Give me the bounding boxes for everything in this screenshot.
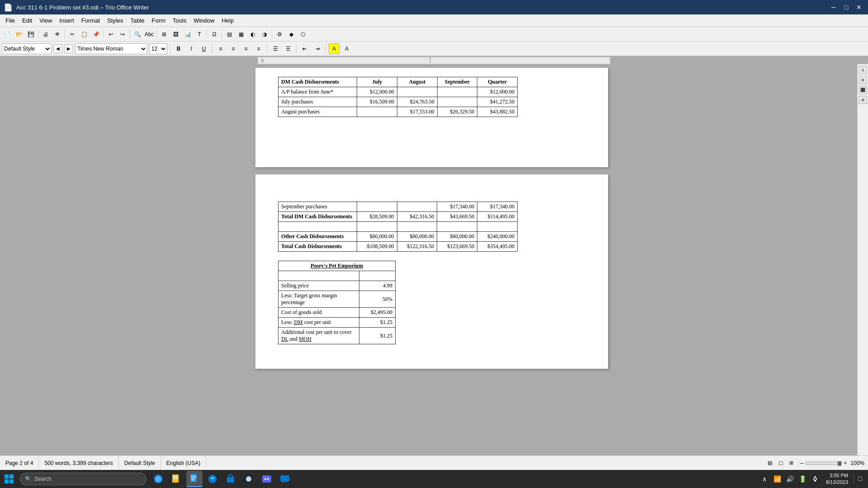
menu-view[interactable]: View <box>36 15 56 26</box>
svg-point-21 <box>815 476 816 478</box>
new-button[interactable]: 📄 <box>2 29 13 40</box>
menu-tools[interactable]: Tools <box>169 15 190 26</box>
print-preview-button[interactable]: 👁 <box>52 29 63 40</box>
paragraph-style-select[interactable]: Default Style <box>2 43 52 54</box>
taskbar-app-icons <box>150 471 293 487</box>
menu-file[interactable]: File <box>2 15 19 26</box>
misc2-button[interactable]: ◆ <box>286 29 297 40</box>
view-web-icon[interactable]: ⊞ <box>787 459 796 468</box>
menu-insert[interactable]: Insert <box>56 15 78 26</box>
insert-table-button[interactable]: ⊞ <box>159 29 170 40</box>
bullets-button[interactable]: ☰ <box>270 43 281 54</box>
row-ap-balance-sep <box>437 87 477 97</box>
taskbar-discord-icon[interactable] <box>259 471 275 487</box>
row-sep-purch-july <box>357 202 397 212</box>
menu-form[interactable]: Form <box>148 15 169 26</box>
align-justify-button[interactable]: ≡ <box>253 43 264 54</box>
table-row: Less: Target gross margin percentage 50% <box>278 291 396 308</box>
format4-button[interactable]: ◑ <box>259 29 270 40</box>
panel-icon-3[interactable]: ⬛ <box>859 86 867 94</box>
clock[interactable]: 3:05 PM 8/13/2023 <box>822 472 852 486</box>
taskbar-steam-icon[interactable] <box>241 471 257 487</box>
taskbar-store-icon[interactable] <box>222 471 239 487</box>
separator-2 <box>65 30 65 39</box>
open-button[interactable]: 📂 <box>14 29 24 40</box>
panel-icon-1[interactable]: A <box>859 66 867 74</box>
taskbar-edge-icon[interactable] <box>204 471 221 487</box>
chevron-up-icon[interactable]: ∧ <box>759 474 770 484</box>
minimize-button[interactable]: ─ <box>828 2 839 13</box>
close-button[interactable]: ✕ <box>854 2 864 13</box>
font-size-select[interactable]: 12 <box>149 43 167 54</box>
zoom-slider[interactable] <box>806 461 842 465</box>
tb2-sep-4 <box>296 44 297 53</box>
row-ap-balance-label: A/P balance from June* <box>278 87 357 97</box>
menu-table[interactable]: Table <box>127 15 148 26</box>
misc3-button[interactable]: ⬡ <box>297 29 308 40</box>
col-header-desc: DM Cash Disbursements <box>278 77 357 87</box>
misc1-button[interactable]: ⚙ <box>274 29 285 40</box>
taskbar-file-icon[interactable] <box>168 471 184 487</box>
style-nav-next[interactable]: ▶ <box>64 44 73 53</box>
poseys-dm-label: Less: DM cost per unit <box>278 318 359 328</box>
network-icon[interactable]: 📶 <box>772 474 783 484</box>
format1-button[interactable]: ▤ <box>224 29 235 40</box>
row-aug-purch-aug: $17,553.00 <box>397 107 438 117</box>
volume-icon[interactable]: 🔊 <box>784 474 795 484</box>
panel-icon-4[interactable]: ⊘ <box>859 96 867 104</box>
font-name-select[interactable]: Times New Roman <box>75 43 147 54</box>
menu-format[interactable]: Format <box>78 15 104 26</box>
align-left-button[interactable]: ≡ <box>215 43 226 54</box>
table-row-empty2 <box>278 271 396 281</box>
format3-button[interactable]: ◐ <box>247 29 258 40</box>
bold-button[interactable]: B <box>173 43 184 54</box>
cut-button[interactable]: ✂ <box>67 29 78 40</box>
underline-button[interactable]: U <box>198 43 209 54</box>
menu-window[interactable]: Window <box>190 15 218 26</box>
show-desktop-icon[interactable]: □ <box>854 474 864 484</box>
battery-icon[interactable]: 🔋 <box>797 474 808 484</box>
align-center-button[interactable]: ≡ <box>228 43 239 54</box>
omega-button[interactable]: Ω <box>209 29 220 40</box>
indent-dec-button[interactable]: ⇤ <box>299 43 310 54</box>
poseys-title: Posey's Pet Emporium <box>278 261 396 271</box>
undo-button[interactable]: ↩ <box>105 29 116 40</box>
italic-button[interactable]: I <box>186 43 197 54</box>
font-color-button[interactable]: A <box>341 43 352 54</box>
style-nav-prev[interactable]: ◀ <box>53 44 62 53</box>
spellcheck-button[interactable]: Abc <box>144 29 155 40</box>
notification-icon[interactable] <box>810 474 821 484</box>
taskbar-browser-icon[interactable] <box>150 471 166 487</box>
table-row-empty <box>278 222 518 232</box>
find-button[interactable]: 🔍 <box>132 29 143 40</box>
insert-text-button[interactable]: T <box>194 29 205 40</box>
copy-button[interactable]: 📋 <box>79 29 90 40</box>
zoom-minus[interactable]: ─ <box>800 460 804 466</box>
search-bar[interactable]: 🔍 Search <box>20 473 146 485</box>
redo-button[interactable]: ↪ <box>117 29 128 40</box>
zoom-plus[interactable]: + <box>844 460 847 466</box>
format2-button[interactable]: ▦ <box>236 29 246 40</box>
view-print-icon[interactable]: ▢ <box>776 459 785 468</box>
panel-icon-2[interactable]: B <box>859 76 867 84</box>
insert-image-button[interactable]: 🖼 <box>170 29 181 40</box>
indent-inc-button[interactable]: ⇥ <box>312 43 323 54</box>
menu-styles[interactable]: Styles <box>104 15 127 26</box>
align-right-button[interactable]: ≡ <box>241 43 251 54</box>
maximize-button[interactable]: □ <box>841 2 852 13</box>
document-area[interactable]: DM Cash Disbursements July August Septem… <box>6 64 857 456</box>
style-status: Default Style <box>119 456 161 470</box>
row-other-cash-aug: $80,000.00 <box>397 232 437 242</box>
taskbar-chat-icon[interactable] <box>277 471 293 487</box>
print-button[interactable]: 🖨 <box>40 29 51 40</box>
start-button[interactable] <box>0 470 18 488</box>
numbering-button[interactable]: ☰ <box>283 43 293 54</box>
menu-help[interactable]: Help <box>218 15 237 26</box>
highlight-button[interactable]: A <box>329 43 340 54</box>
insert-chart-button[interactable]: 📊 <box>182 29 193 40</box>
paste-button[interactable]: 📌 <box>90 29 101 40</box>
view-normal-icon[interactable]: ▤ <box>765 459 774 468</box>
menu-edit[interactable]: Edit <box>19 15 36 26</box>
save-button[interactable]: 💾 <box>25 29 36 40</box>
taskbar-writer-icon[interactable] <box>186 471 203 487</box>
